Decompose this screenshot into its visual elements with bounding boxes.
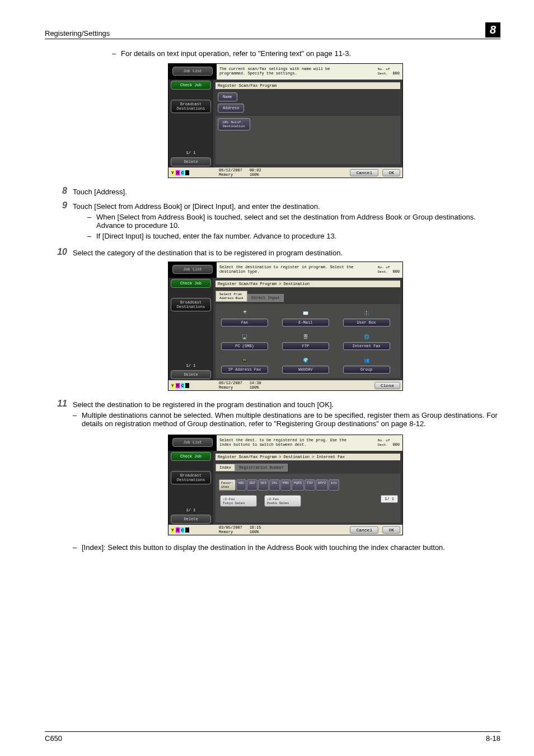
side-page-indicator: 1/ 1 [168,508,213,512]
section-title: Registering/Settings [45,29,110,38]
email-button[interactable]: E-Mail [282,319,329,326]
toner-indicator: YMCK [168,525,217,535]
index-abc[interactable]: ABC [236,479,247,491]
list-page-indicator: 1/ 1 [381,495,398,503]
chapter-number: 8 [485,22,500,38]
index-tuv[interactable]: TUV [305,479,315,491]
footer-datetime: 06/12/2007 00:02Memory 100% [219,168,261,177]
broadcast-dest-label: Broadcast Destinations [171,471,211,484]
footer-datetime: 03/05/2007 18:15Memory 100% [219,525,261,534]
check-job-button[interactable]: Check Job [171,279,211,288]
group-icon: 👥 [343,354,390,366]
tab-direct-input[interactable]: Direct Input [247,294,283,302]
tab-index[interactable]: Index [216,464,235,472]
screen-message: The current scan/fax settings with name … [219,67,354,76]
ftp-icon: 🗄 [282,331,329,342]
breadcrumb: Register Scan/Fax Program > Destination … [216,454,400,460]
ftp-button[interactable]: FTP [282,342,329,350]
close-button[interactable]: Close [374,382,400,389]
screenshot-select-destination: Job List Select the dest. to be register… [168,435,403,535]
internet-fax-button[interactable]: Internet Fax [343,342,390,350]
toner-indicator: YMCK [168,380,217,390]
dest-count: No. of Dest. 000 [378,265,400,274]
check-job-button[interactable]: Check Job [171,81,211,90]
webdav-icon: 🌍 [282,354,329,366]
check-job-button[interactable]: Check Job [171,452,211,461]
name-button[interactable]: Name [218,92,237,101]
userbox-button[interactable]: User Box [343,319,390,326]
userbox-icon: 🗄️ [343,307,390,319]
screenshot-destination-type: Job List Select the destination to regis… [168,262,403,391]
address-button[interactable]: Address [218,104,244,113]
broadcast-dest-label: Broadcast Destinations [171,298,211,311]
index-pqrs[interactable]: PQRS [292,479,304,491]
fax-button[interactable]: Fax [221,319,268,326]
cancel-button[interactable]: Cancel [350,169,378,176]
index-wxyz[interactable]: WXYZ [316,479,328,491]
pc-smb-button[interactable]: PC (SMB) [221,342,268,350]
breadcrumb: Register Scan/Fax Program > Destination [216,281,400,287]
broadcast-dest-label: Broadcast Destinations [171,100,211,113]
fax-icon: 📠 [221,307,268,319]
webdav-button[interactable]: WebDAV [282,366,329,374]
smb-icon: 🖥️ [221,331,268,342]
index-favorites[interactable]: Favor- ites [219,479,236,491]
tab-select-from-address-book[interactable]: Select from Address Book [216,291,247,302]
side-page-indicator: 1/ 1 [168,151,213,155]
job-list-button[interactable]: Job List [172,67,213,76]
page-number: 8-18 [486,734,500,743]
breadcrumb: Register Scan/Fax Program [216,82,400,89]
index-explanation: – [Index]: Select this button to display… [73,543,500,552]
ok-button[interactable]: OK [382,169,400,176]
destination-tokyo[interactable]: ⇩I-FaxTokyo Sales [220,495,257,507]
page-footer: C650 8-18 [45,731,500,743]
index-jkl[interactable]: JKL [269,479,280,491]
index-mno[interactable]: MNO [280,479,291,491]
screenshot-register-program: Job List The current scan/fax settings w… [168,63,403,178]
index-ghi[interactable]: GHI [258,479,269,491]
side-page-indicator: 1/ 1 [168,363,213,368]
page-header: Registering/Settings 8 [45,22,500,39]
index-etc[interactable]: etc [329,479,339,491]
step-8: 8 Touch [Address]. [45,186,500,196]
delete-button[interactable]: Delete [171,157,211,166]
screen-message: Select the dest. to be registered in the… [219,438,354,447]
dest-count: No. of Dest. 000 [378,438,400,447]
job-list-button[interactable]: Job List [172,265,213,274]
delete-button[interactable]: Delete [171,370,211,379]
toner-indicator: YMCK [168,167,217,178]
ipfax-icon: 📟 [221,354,268,366]
index-row: Favor- ites ABC DEF GHI JKL MNO PQRS TUV… [219,479,397,491]
dest-count: No. of Dest. 000 [378,67,400,76]
model-name: C650 [45,734,62,743]
group-button[interactable]: Group [343,366,390,374]
ok-button[interactable]: OK [382,526,400,534]
step-11: 11 Select the destination to be register… [45,399,500,430]
ifax-icon: 🌐 [343,331,390,342]
step-9: 9 Touch [Select from Address Book] or [D… [45,200,500,242]
url-notif-button[interactable]: URL Notif. Destination [218,118,250,130]
index-def[interactable]: DEF [247,479,257,491]
step-10: 10 Select the category of the destinatio… [45,247,500,257]
tab-registration-number[interactable]: Registration Number [235,464,288,472]
ip-address-fax-button[interactable]: IP Address Fax [221,366,268,374]
delete-button[interactable]: Delete [171,515,211,524]
footer-datetime: 06/12/2007 14:30Memory 100% [219,381,261,390]
job-list-button[interactable]: Job List [172,438,213,447]
screen-message: Select the destination to register in pr… [219,265,354,274]
cancel-button[interactable]: Cancel [350,526,378,534]
destination-osaka[interactable]: ⇩I-FaxOsaka Sales [264,495,301,507]
intro-bullet: – For details on text input operation, r… [112,49,500,58]
email-icon: ✉️ [282,307,329,319]
